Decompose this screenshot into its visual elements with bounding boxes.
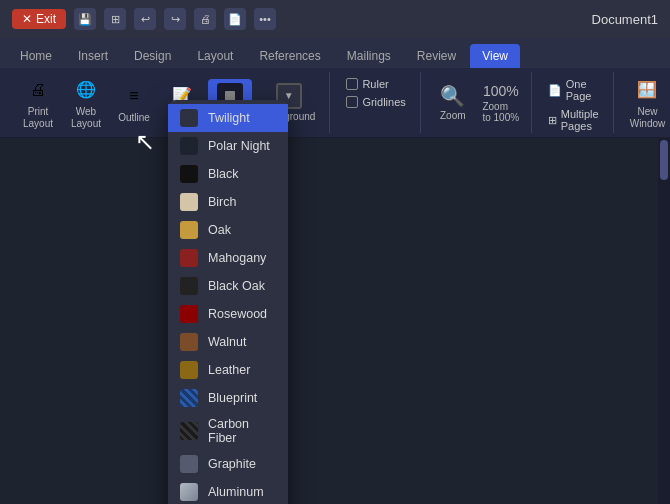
tab-insert[interactable]: Insert (66, 44, 120, 68)
outline-icon: ≡ (120, 82, 148, 110)
show-group: Ruler Gridlines (332, 72, 420, 133)
zoom-label: Zoom (440, 110, 466, 121)
more-icon[interactable]: ••• (254, 8, 276, 30)
zoom-btn[interactable]: 🔍 Zoom (431, 75, 475, 131)
dropdown-item-label: Aluminum (208, 485, 264, 499)
dropdown-item-label: Walnut (208, 335, 246, 349)
dropdown-item-birch[interactable]: Birch (168, 188, 288, 216)
exit-icon: ✕ (22, 12, 32, 26)
multiple-pages-label: Multiple Pages (561, 108, 599, 132)
exit-label: Exit (36, 12, 56, 26)
background-dropdown: TwilightPolar NightBlackBirchOakMahogany… (168, 100, 288, 504)
tab-review[interactable]: Review (405, 44, 468, 68)
dropdown-item-polar-night[interactable]: Polar Night (168, 132, 288, 160)
dropdown-item-label: Rosewood (208, 307, 267, 321)
exit-button[interactable]: ✕ Exit (12, 9, 66, 29)
dropdown-item-carbon-fiber[interactable]: Carbon Fiber (168, 412, 288, 450)
zoom-group: 🔍 Zoom 100% Zoomto 100% (423, 72, 532, 133)
undo-icon[interactable]: ↩ (134, 8, 156, 30)
dropdown-item-blueprint[interactable]: Blueprint (168, 384, 288, 412)
web-layout-icon: 🌐 (72, 76, 100, 104)
color-swatch-polar-night (180, 137, 198, 155)
dropdown-item-label: Birch (208, 195, 236, 209)
dropdown-item-label: Black (208, 167, 239, 181)
document-title: Document1 (592, 12, 658, 27)
tab-mailings[interactable]: Mailings (335, 44, 403, 68)
color-swatch-carbon-fiber (180, 422, 198, 440)
color-swatch-rosewood (180, 305, 198, 323)
dropdown-item-walnut[interactable]: Walnut (168, 328, 288, 356)
dropdown-item-mahogany[interactable]: Mahogany (168, 244, 288, 272)
dropdown-item-label: Graphite (208, 457, 256, 471)
dropdown-item-label: Black Oak (208, 279, 265, 293)
dropdown-item-label: Carbon Fiber (208, 417, 276, 445)
print-layout-icon: 🖨 (24, 76, 52, 104)
dropdown-item-label: Twilight (208, 111, 250, 125)
title-bar-left: ✕ Exit 💾 ⊞ ↩ ↪ 🖨 📄 ••• (12, 8, 276, 30)
dropdown-item-label: Oak (208, 223, 231, 237)
tab-view[interactable]: View (470, 44, 520, 68)
color-swatch-black (180, 165, 198, 183)
scrollbar-right[interactable] (658, 138, 670, 504)
dropdown-item-label: Mahogany (208, 251, 266, 265)
window-group: 🪟 NewWindow ⊞ ArrangeAll ⬓ Split 🔄 Switc… (616, 72, 670, 133)
redo-icon[interactable]: ↪ (164, 8, 186, 30)
ruler-checkbox-icon (346, 78, 358, 90)
gridlines-btn[interactable]: Gridlines (340, 94, 411, 110)
tab-design[interactable]: Design (122, 44, 183, 68)
tab-home[interactable]: Home (8, 44, 64, 68)
ruler-btn[interactable]: Ruler (340, 76, 394, 92)
web-layout-label: WebLayout (71, 106, 101, 130)
color-swatch-blueprint (180, 389, 198, 407)
color-swatch-black-oak (180, 277, 198, 295)
dropdown-item-black-oak[interactable]: Black Oak (168, 272, 288, 300)
one-page-icon: 📄 (548, 84, 562, 97)
print-layout-btn[interactable]: 🖨 PrintLayout (16, 72, 60, 134)
color-swatch-graphite (180, 455, 198, 473)
color-swatch-leather (180, 361, 198, 379)
dropdown-item-aluminum[interactable]: Aluminum (168, 478, 288, 504)
dropdown-item-label: Polar Night (208, 139, 270, 153)
dropdown-item-twilight[interactable]: Twilight (168, 104, 288, 132)
color-swatch-walnut (180, 333, 198, 351)
dropdown-item-oak[interactable]: Oak (168, 216, 288, 244)
zoom100-label: Zoomto 100% (482, 101, 519, 123)
zoom100-btn[interactable]: 100% Zoomto 100% (479, 75, 523, 131)
outline-label: Outline (118, 112, 150, 124)
svg-rect-0 (225, 91, 235, 101)
print2-icon[interactable]: 📄 (224, 8, 246, 30)
color-swatch-aluminum (180, 483, 198, 501)
print-icon[interactable]: 🖨 (194, 8, 216, 30)
zoom100-icon: 100% (483, 83, 519, 99)
title-bar-icons: 💾 ⊞ ↩ ↪ 🖨 📄 ••• (74, 8, 276, 30)
multiple-pages-icon: ⊞ (548, 114, 557, 127)
one-page-btn[interactable]: 📄 One Page (542, 76, 605, 104)
print-layout-label: PrintLayout (23, 106, 53, 130)
dropdown-item-black[interactable]: Black (168, 160, 288, 188)
zoom-icon: 🔍 (440, 84, 465, 108)
one-page-label: One Page (566, 78, 599, 102)
tab-references[interactable]: References (247, 44, 332, 68)
ribbon-tabs: Home Insert Design Layout References Mai… (0, 38, 670, 68)
dropdown-item-rosewood[interactable]: Rosewood (168, 300, 288, 328)
multiple-pages-btn[interactable]: ⊞ Multiple Pages (542, 106, 605, 134)
tab-layout[interactable]: Layout (185, 44, 245, 68)
title-bar: ✕ Exit 💾 ⊞ ↩ ↪ 🖨 📄 ••• Document1 (0, 0, 670, 38)
dropdown-item-leather[interactable]: Leather (168, 356, 288, 384)
color-swatch-twilight (180, 109, 198, 127)
layout-icon[interactable]: ⊞ (104, 8, 126, 30)
ribbon-content: 🖨 PrintLayout 🌐 WebLayout ≡ Outline 📝 Dr… (0, 68, 670, 138)
page-view-group: 📄 One Page ⊞ Multiple Pages ↔ Page Width (534, 72, 614, 133)
dropdown-item-label: Blueprint (208, 391, 257, 405)
new-window-label: NewWindow (630, 106, 666, 130)
gridlines-checkbox-icon (346, 96, 358, 108)
outline-btn[interactable]: ≡ Outline (112, 78, 156, 128)
dropdown-item-graphite[interactable]: Graphite (168, 450, 288, 478)
save-icon[interactable]: 💾 (74, 8, 96, 30)
gridlines-label: Gridlines (362, 96, 405, 108)
color-swatch-oak (180, 221, 198, 239)
scrollbar-thumb[interactable] (660, 140, 668, 180)
web-layout-btn[interactable]: 🌐 WebLayout (64, 72, 108, 134)
ruler-label: Ruler (362, 78, 388, 90)
new-window-btn[interactable]: 🪟 NewWindow (624, 72, 670, 134)
